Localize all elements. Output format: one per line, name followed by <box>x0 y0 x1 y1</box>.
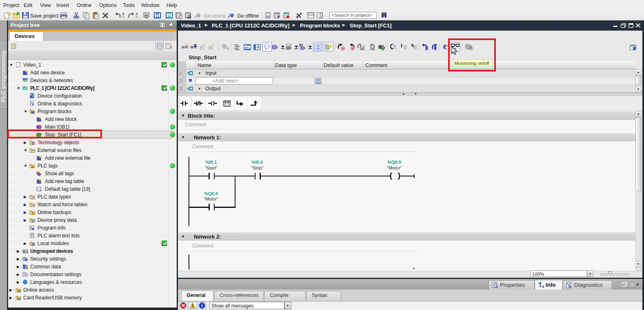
svg-text:RT: RT <box>188 16 192 19</box>
svg-text:?: ? <box>266 15 269 19</box>
